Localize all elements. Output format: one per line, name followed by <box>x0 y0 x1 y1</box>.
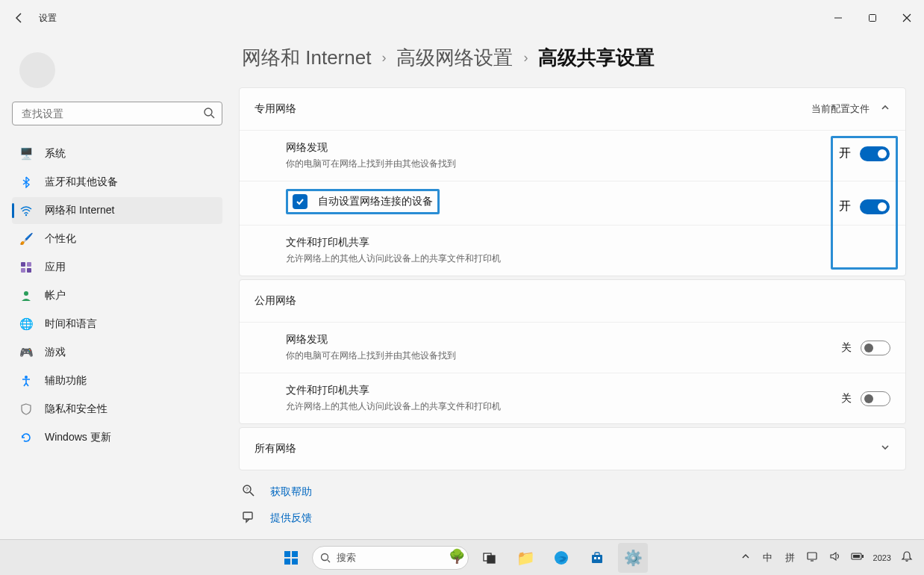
taskbar: 搜索 🌳 📁 ⚙️ 中 拼 2023 <box>0 539 924 575</box>
svg-rect-14 <box>243 512 252 519</box>
task-view-button[interactable] <box>475 543 505 573</box>
chevron-up-icon <box>880 102 890 116</box>
minimize-button[interactable] <box>821 0 855 36</box>
section-public-network: 公用网络 网络发现 你的电脑可在网络上找到并由其他设备找到 关 文件和打印机共享… <box>239 279 906 424</box>
svg-line-20 <box>328 560 330 562</box>
display-icon: 🖥️ <box>19 147 33 161</box>
sidebar-item-label: 辅助功能 <box>45 374 87 388</box>
bluetooth-icon <box>19 175 33 189</box>
sidebar-item-accessibility[interactable]: 辅助功能 <box>12 367 222 394</box>
highlight-toggles: 开 开 <box>831 136 898 270</box>
sidebar-item-update[interactable]: Windows 更新 <box>12 424 222 451</box>
setting-desc: 允许网络上的其他人访问此设备上的共享文件和打印机 <box>286 252 801 265</box>
battery-tray-icon[interactable] <box>851 552 864 563</box>
svg-rect-18 <box>292 559 298 565</box>
toggle-network-discovery-private[interactable] <box>860 146 890 161</box>
setting-desc: 你的电脑可在网络上找到并由其他设备找到 <box>286 349 841 362</box>
section-header-all[interactable]: 所有网络 <box>240 428 905 470</box>
svg-text:?: ? <box>246 487 249 492</box>
search-icon <box>203 107 215 122</box>
explorer-button[interactable]: 📁 <box>511 543 540 573</box>
setting-title: 网络发现 <box>286 141 801 155</box>
toggle-file-printer-private[interactable] <box>860 199 890 214</box>
tray-chevron-up-icon[interactable] <box>739 552 752 563</box>
title-bar: 设置 <box>0 0 924 36</box>
network-tray-icon[interactable] <box>806 551 820 564</box>
edge-button[interactable] <box>546 543 576 573</box>
taskbar-search[interactable]: 搜索 🌳 <box>312 546 469 570</box>
notifications-tray-icon[interactable] <box>900 550 914 565</box>
sidebar-item-network[interactable]: 网络和 Internet <box>12 197 222 224</box>
svg-rect-27 <box>598 557 600 559</box>
clock-year[interactable]: 2023 <box>873 553 891 562</box>
row-network-discovery-public: 网络发现 你的电脑可在网络上找到并由其他设备找到 关 <box>240 322 905 373</box>
section-header-public[interactable]: 公用网络 <box>240 280 905 322</box>
svg-line-12 <box>250 492 254 496</box>
volume-tray-icon[interactable] <box>828 551 842 564</box>
breadcrumb-link-advanced[interactable]: 高级网络设置 <box>396 45 513 71</box>
maximize-button[interactable] <box>855 0 890 36</box>
toggle-network-discovery-public[interactable] <box>861 341 890 355</box>
row-file-printer-public: 文件和打印机共享 允许网络上的其他人访问此设备上的共享文件和打印机 关 <box>240 373 905 423</box>
sidebar-item-apps[interactable]: 应用 <box>12 254 222 281</box>
section-header-private[interactable]: 专用网络 当前配置文件 <box>240 88 905 130</box>
setting-title: 文件和打印机共享 <box>286 236 801 249</box>
svg-rect-5 <box>21 262 25 267</box>
svg-rect-8 <box>27 268 31 273</box>
sidebar-item-label: 隐私和安全性 <box>45 402 107 416</box>
sidebar-item-privacy[interactable]: 隐私和安全性 <box>12 396 222 423</box>
person-icon <box>19 289 33 302</box>
toggle-label: 开 <box>839 146 851 161</box>
sidebar-item-label: 应用 <box>45 261 66 274</box>
system-tray: 中 拼 2023 <box>739 550 924 565</box>
settings-button[interactable]: ⚙️ <box>618 543 648 573</box>
svg-point-19 <box>322 553 328 560</box>
sync-icon <box>19 431 33 444</box>
ime-lang[interactable]: 中 <box>761 551 775 565</box>
sidebar-item-accounts[interactable]: 帐户 <box>12 282 222 309</box>
section-title: 专用网络 <box>255 102 296 116</box>
row-network-discovery-private: 网络发现 你的电脑可在网络上找到并由其他设备找到 <box>240 130 905 181</box>
svg-rect-24 <box>592 555 602 563</box>
breadcrumb-link-network[interactable]: 网络和 Internet <box>242 45 371 71</box>
sidebar: 🖥️ 系统 蓝牙和其他设备 网络和 Internet 🖌️ 个性化 <box>0 36 231 539</box>
svg-rect-28 <box>808 553 817 559</box>
setting-desc: 允许网络上的其他人访问此设备上的共享文件和打印机 <box>286 400 841 413</box>
breadcrumb-current: 高级共享设置 <box>538 45 655 71</box>
close-button[interactable] <box>890 0 924 36</box>
feedback-link[interactable]: 提供反馈 <box>242 510 906 526</box>
link-label: 提供反馈 <box>270 512 312 525</box>
svg-rect-15 <box>284 551 290 557</box>
search-icon <box>320 553 331 563</box>
grid-icon <box>19 261 33 274</box>
sidebar-item-label: 系统 <box>45 147 66 161</box>
sidebar-item-label: 游戏 <box>45 346 66 359</box>
toggle-label: 关 <box>841 341 852 355</box>
search-placeholder: 搜索 <box>337 551 356 565</box>
svg-rect-16 <box>292 551 298 557</box>
sidebar-item-system[interactable]: 🖥️ 系统 <box>12 140 222 167</box>
get-help-link[interactable]: ? 获取帮助 <box>242 484 906 500</box>
toggle-label: 开 <box>839 199 851 214</box>
search-art-icon: 🌳 <box>449 548 465 565</box>
sidebar-item-label: Windows 更新 <box>45 431 111 444</box>
toggle-file-printer-public[interactable] <box>861 391 890 406</box>
ime-mode[interactable]: 拼 <box>784 551 797 565</box>
start-button[interactable] <box>276 543 306 573</box>
sidebar-item-label: 帐户 <box>45 289 66 302</box>
search-input[interactable] <box>12 102 222 125</box>
back-button[interactable] <box>10 9 28 27</box>
svg-rect-17 <box>284 559 290 565</box>
sidebar-item-gaming[interactable]: 🎮 游戏 <box>12 339 222 366</box>
store-button[interactable] <box>582 543 612 573</box>
checkbox-auto-setup[interactable] <box>293 194 308 209</box>
svg-rect-22 <box>487 556 495 563</box>
sidebar-item-label: 蓝牙和其他设备 <box>45 175 118 189</box>
svg-rect-6 <box>27 262 31 267</box>
avatar <box>19 52 55 88</box>
sidebar-item-time[interactable]: 🌐 时间和语言 <box>12 311 222 338</box>
sidebar-item-bluetooth[interactable]: 蓝牙和其他设备 <box>12 169 222 196</box>
content-area: 网络和 Internet › 高级网络设置 › 高级共享设置 专用网络 当前配置… <box>231 36 924 539</box>
svg-point-4 <box>25 214 27 216</box>
sidebar-item-personalization[interactable]: 🖌️ 个性化 <box>12 226 222 252</box>
